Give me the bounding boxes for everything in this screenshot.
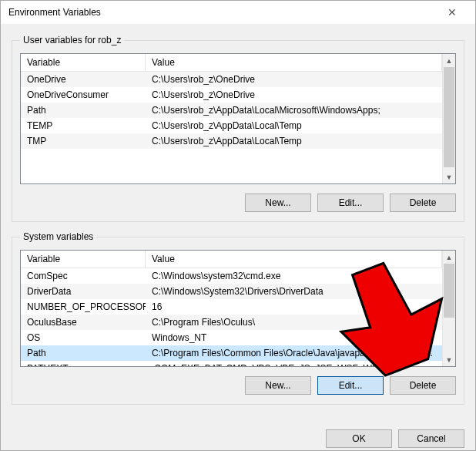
system-vars-legend: System variables bbox=[20, 231, 96, 242]
scroll-down-icon[interactable]: ▼ bbox=[443, 170, 455, 183]
cell-value: C:\Users\rob_z\AppData\Local\Temp bbox=[146, 118, 442, 133]
system-delete-button[interactable]: Delete bbox=[390, 376, 456, 395]
cell-value: C:\Users\rob_z\AppData\Local\Temp bbox=[146, 133, 442, 149]
system-scrollbar[interactable]: ▲ ▼ bbox=[442, 251, 455, 366]
cell-value: C:\Windows\System32\Drivers\DriverData bbox=[146, 284, 442, 299]
user-scrollbar[interactable]: ▲ ▼ bbox=[442, 54, 455, 183]
col-variable[interactable]: Variable bbox=[21, 251, 146, 268]
cell-variable: NUMBER_OF_PROCESSORS bbox=[21, 299, 146, 315]
env-vars-dialog: Environment Variables ✕ User variables f… bbox=[0, 0, 476, 451]
cell-variable: DriverData bbox=[21, 284, 146, 299]
table-row[interactable]: DriverDataC:\Windows\System32\Drivers\Dr… bbox=[21, 284, 442, 299]
titlebar: Environment Variables ✕ bbox=[1, 1, 475, 24]
scroll-thumb[interactable] bbox=[444, 67, 454, 167]
cell-variable: Path bbox=[21, 103, 146, 118]
cell-variable: OS bbox=[21, 330, 146, 345]
cell-value: C:\Program Files\Oculus\ bbox=[146, 315, 442, 330]
cell-variable: Path bbox=[21, 345, 146, 361]
cell-variable: OneDriveConsumer bbox=[21, 87, 146, 103]
system-vars-group: System variables Variable Value ComSpecC… bbox=[12, 231, 464, 405]
user-table-header: Variable Value bbox=[21, 54, 442, 72]
cell-variable: OculusBase bbox=[21, 315, 146, 330]
user-edit-button[interactable]: Edit... bbox=[317, 194, 384, 212]
cell-variable: PATHEXT bbox=[21, 361, 146, 366]
user-vars-group: User variables for rob_z Variable Value … bbox=[12, 35, 464, 222]
cell-value: C:\Program Files\Common Files\Oracle\Jav… bbox=[146, 345, 442, 361]
cell-value: 16 bbox=[146, 299, 442, 315]
cell-variable: TMP bbox=[21, 133, 146, 149]
cell-variable: OneDrive bbox=[21, 72, 146, 87]
table-row[interactable]: TEMPC:\Users\rob_z\AppData\Local\Temp bbox=[21, 118, 442, 133]
user-delete-button[interactable]: Delete bbox=[390, 194, 456, 212]
table-row[interactable]: PathC:\Users\rob_z\AppData\Local\Microso… bbox=[21, 103, 442, 118]
col-variable[interactable]: Variable bbox=[21, 54, 146, 71]
scroll-thumb[interactable] bbox=[444, 264, 454, 318]
cancel-button[interactable]: Cancel bbox=[398, 429, 464, 448]
cell-value: Windows_NT bbox=[146, 330, 442, 345]
table-row[interactable]: OculusBaseC:\Program Files\Oculus\ bbox=[21, 315, 442, 330]
system-vars-table[interactable]: Variable Value ComSpecC:\Windows\system3… bbox=[20, 250, 456, 367]
close-icon[interactable]: ✕ bbox=[437, 1, 468, 24]
user-vars-table[interactable]: Variable Value OneDriveC:\Users\rob_z\On… bbox=[20, 53, 456, 184]
table-row[interactable]: PATHEXT.COM;.EXE;.BAT;.CMD;.VBS;.VBE;.JS… bbox=[21, 361, 442, 366]
table-row[interactable]: PathC:\Program Files\Common Files\Oracle… bbox=[21, 345, 442, 361]
scroll-down-icon[interactable]: ▼ bbox=[443, 353, 455, 366]
table-row[interactable]: TMPC:\Users\rob_z\AppData\Local\Temp bbox=[21, 133, 442, 149]
cell-value: C:\Users\rob_z\AppData\Local\Microsoft\W… bbox=[146, 103, 442, 118]
cell-value: C:\Windows\system32\cmd.exe bbox=[146, 268, 442, 284]
col-value[interactable]: Value bbox=[146, 54, 442, 71]
cell-variable: TEMP bbox=[21, 118, 146, 133]
window-title: Environment Variables bbox=[8, 7, 437, 18]
table-row[interactable]: NUMBER_OF_PROCESSORS16 bbox=[21, 299, 442, 315]
cell-value: C:\Users\rob_z\OneDrive bbox=[146, 87, 442, 103]
system-new-button[interactable]: New... bbox=[245, 376, 311, 395]
user-vars-legend: User variables for rob_z bbox=[20, 35, 124, 45]
user-new-button[interactable]: New... bbox=[245, 194, 311, 212]
cell-variable: ComSpec bbox=[21, 268, 146, 284]
scroll-up-icon[interactable]: ▲ bbox=[443, 54, 455, 67]
table-row[interactable]: OneDriveC:\Users\rob_z\OneDrive bbox=[21, 72, 442, 87]
table-row[interactable]: OneDriveConsumerC:\Users\rob_z\OneDrive bbox=[21, 87, 442, 103]
ok-button[interactable]: OK bbox=[326, 429, 392, 448]
content: User variables for rob_z Variable Value … bbox=[1, 24, 475, 414]
table-row[interactable]: ComSpecC:\Windows\system32\cmd.exe bbox=[21, 268, 442, 284]
cell-value: .COM;.EXE;.BAT;.CMD;.VBS;.VBE;.JS;.JSE;.… bbox=[146, 361, 442, 366]
system-edit-button[interactable]: Edit... bbox=[317, 376, 384, 395]
system-table-header: Variable Value bbox=[21, 251, 442, 268]
table-row[interactable]: OSWindows_NT bbox=[21, 330, 442, 345]
col-value[interactable]: Value bbox=[146, 251, 442, 268]
scroll-up-icon[interactable]: ▲ bbox=[443, 251, 455, 264]
cell-value: C:\Users\rob_z\OneDrive bbox=[146, 72, 442, 87]
